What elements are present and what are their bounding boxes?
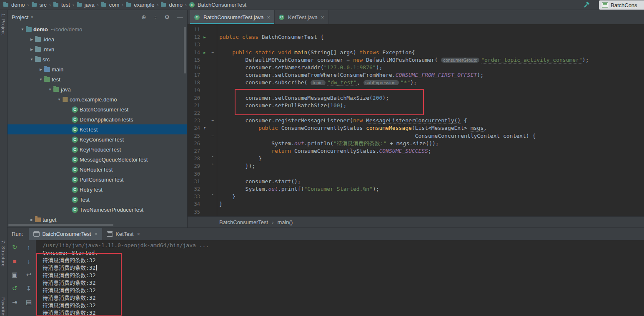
code-line[interactable]: 33ˆ } <box>188 193 644 200</box>
code-line[interactable]: 31 consumer.start(); <box>188 178 644 185</box>
project-tree-item[interactable]: ▶main <box>8 64 187 74</box>
run-tab[interactable]: BatchConsumerTest× <box>29 228 102 240</box>
breadcrumb-item[interactable]: test <box>53 2 71 8</box>
code-line[interactable]: 32 System.out.printf("Consumer Started.%… <box>188 185 644 193</box>
code-line[interactable]: 23− consumer.registerMessageListener(new… <box>188 117 644 124</box>
code-line[interactable]: 14▶− public static void main(String[] ar… <box>188 49 644 56</box>
code-line[interactable]: 22 <box>188 109 644 117</box>
breadcrumb-item[interactable]: CBatchConsumerTest <box>188 2 247 8</box>
rerun-icon[interactable]: ↻ <box>11 243 18 251</box>
chevron-down-icon[interactable]: ▼ <box>28 58 35 61</box>
project-tree-item[interactable]: CKeyConsumerTest <box>8 134 187 144</box>
locate-button-icon[interactable]: ⊕ <box>141 14 146 20</box>
fold-marker[interactable]: ˆ <box>209 193 216 200</box>
code-line[interactable]: 12▶public class BatchConsumerTest { <box>188 33 644 41</box>
breadcrumb-item[interactable]: example <box>125 2 155 8</box>
chevron-down-icon[interactable]: ▼ <box>47 88 53 91</box>
run-tab[interactable]: KetTest× <box>102 228 145 240</box>
fold-marker[interactable]: − <box>209 49 216 56</box>
chevron-right-icon[interactable]: ▶ <box>38 68 44 71</box>
run-window-chip[interactable]: BatchCons <box>599 0 644 10</box>
code-line[interactable]: 24↑ public ConsumeConcurrentlyStatus con… <box>188 124 644 132</box>
code-line[interactable]: 11 <box>188 26 644 33</box>
chevron-down-icon[interactable]: ▾ <box>31 15 33 19</box>
project-tree-item[interactable]: ▶.idea <box>8 34 187 44</box>
project-tree-item[interactable]: ▼src <box>8 54 187 64</box>
project-tree-item[interactable]: CNoRouterTest <box>8 164 187 174</box>
fold-marker[interactable]: − <box>209 132 216 140</box>
project-tree-item[interactable]: CTwoNameserProducerTest <box>8 205 187 215</box>
code-line[interactable]: 20 consumer.setConsumeMessageBatchMaxSiz… <box>188 94 644 102</box>
project-tree-item[interactable]: CBatchConsumerTest <box>8 104 187 114</box>
breadcrumb-item[interactable]: demo <box>160 2 183 8</box>
close-icon[interactable]: × <box>137 231 140 237</box>
chevron-down-icon[interactable]: ▼ <box>38 78 44 81</box>
next-occurrence-icon[interactable]: ↓ <box>25 257 33 265</box>
gc-icon[interactable]: ↺ <box>11 285 18 292</box>
code-line[interactable]: 19 <box>188 87 644 94</box>
project-tree-item[interactable]: ▶.mvn <box>8 44 187 54</box>
code-line[interactable]: 16 consumer.setNamesrvAddr("127.0.0.1:98… <box>188 64 644 71</box>
export-icon[interactable]: ⇥ <box>11 298 18 306</box>
print-icon[interactable]: ▤ <box>25 298 33 306</box>
close-icon[interactable]: × <box>267 14 271 20</box>
vertical-scrollbar[interactable] <box>184 27 186 73</box>
project-tree-item[interactable]: CKeyProducerTest <box>8 144 187 154</box>
code-line[interactable]: 28ˆ } <box>188 155 644 162</box>
chevron-down-icon[interactable]: ▼ <box>56 98 63 101</box>
project-tree-item[interactable]: ▼java <box>8 84 187 94</box>
project-panel-title[interactable]: Project <box>12 14 28 20</box>
fold-marker[interactable]: ˆ <box>209 162 216 170</box>
code-line[interactable]: 13 <box>188 41 644 48</box>
breadcrumb-item[interactable]: BatchConsumerTest <box>219 219 268 225</box>
code-line[interactable]: 21 consumer.setPullBatchSize(100); <box>188 102 644 109</box>
hide-button-icon[interactable]: — <box>177 14 183 20</box>
tool-window-button-structure[interactable]: 7: Structure <box>1 240 6 267</box>
fold-marker[interactable]: ˆ <box>209 155 216 162</box>
code-line[interactable]: 15 DefaultMQPushConsumer consumer = new … <box>188 56 644 64</box>
project-tree-item[interactable]: ▼com.example.demo <box>8 94 187 104</box>
editor-tab[interactable]: CBatchConsumerTest.java× <box>190 10 275 24</box>
run-gutter-icon[interactable]: ▶ <box>200 33 209 41</box>
dump-threads-icon[interactable]: ▣ <box>11 271 18 278</box>
run-gutter-icon[interactable]: ▶ <box>200 49 209 56</box>
editor-pane[interactable]: 1112▶public class BatchConsumerTest {131… <box>188 24 644 216</box>
code-line[interactable]: 29ˆ }); <box>188 162 644 170</box>
tool-window-button-project[interactable]: 1: Project <box>1 13 6 35</box>
scroll-to-end-icon[interactable]: ↧ <box>25 285 33 292</box>
code-line[interactable]: 27 return ConsumeConcurrentlyStatus.CONS… <box>188 147 644 155</box>
console-output[interactable]: /usr/lib/jvm/java-1.11.0-openjdk-amd64/b… <box>36 240 644 316</box>
close-icon[interactable]: × <box>321 14 324 20</box>
editor-tab[interactable]: CKetTest.java× <box>275 10 328 24</box>
code-line[interactable]: 35 <box>188 208 644 216</box>
code-line[interactable]: 17 consumer.setConsumeFromWhere(ConsumeF… <box>188 71 644 79</box>
breadcrumb-item[interactable]: main() <box>277 219 293 225</box>
chevron-down-icon[interactable]: ▼ <box>19 28 26 31</box>
fold-marker[interactable]: − <box>209 117 216 124</box>
code-line[interactable]: 34} <box>188 200 644 208</box>
project-tree-item[interactable]: ▼test <box>8 74 187 84</box>
breadcrumb-item[interactable]: demo <box>3 2 26 8</box>
settings-button-icon[interactable]: ⚙ <box>164 14 170 20</box>
breadcrumb-item[interactable]: src <box>31 2 48 8</box>
code-line[interactable]: 26 System.out.println("待消息消费的条数:" + msgs… <box>188 140 644 147</box>
chevron-right-icon[interactable]: ▶ <box>28 48 35 51</box>
project-tree-item[interactable]: CDemoApplicationTests <box>8 114 187 124</box>
code-line[interactable]: 25− ConsumeConcurrentlyContext context) … <box>188 132 644 140</box>
prev-occurrence-icon[interactable]: ↑ <box>25 243 33 251</box>
override-gutter-icon[interactable]: ↑ <box>200 124 209 132</box>
close-icon[interactable]: × <box>95 231 98 237</box>
project-tree-item[interactable]: CPullConsumerTest <box>8 174 187 185</box>
breadcrumb-item[interactable]: com <box>100 2 120 8</box>
project-tree-item[interactable]: CMessageQueueSelectorTest <box>8 154 187 164</box>
breadcrumb-item[interactable]: java <box>76 2 95 8</box>
code-line[interactable]: 30 <box>188 170 644 178</box>
chevron-right-icon[interactable]: ▶ <box>28 218 35 222</box>
project-tree-item[interactable]: ▼demo ~/code/demo <box>8 24 187 34</box>
stop-icon[interactable]: ■ <box>11 257 18 265</box>
project-tree-item[interactable]: CRetryTest <box>8 185 187 195</box>
tool-window-button-favorites[interactable]: Favorites <box>1 297 6 316</box>
project-tree-item[interactable]: ▶target <box>8 215 187 225</box>
project-tree-item[interactable]: CTest <box>8 195 187 205</box>
build-icon[interactable] <box>583 2 590 10</box>
